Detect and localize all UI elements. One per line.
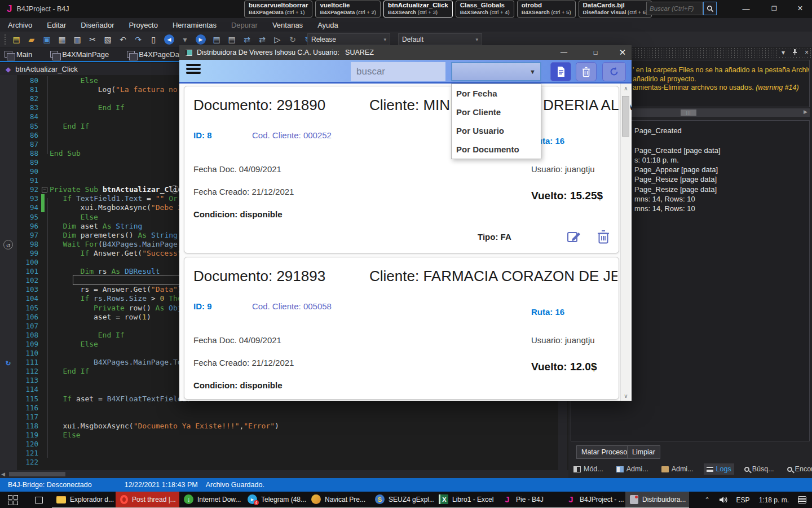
filter-select[interactable]: ▼	[451, 62, 541, 81]
scroll-right-icon[interactable]: ▶	[804, 109, 807, 115]
app-minimize-button[interactable]: —	[553, 45, 575, 60]
restore-button[interactable]: ❐	[765, 0, 784, 17]
scroll-up-icon[interactable]: ∧	[621, 85, 631, 91]
menu-editar[interactable]: Editar	[47, 21, 66, 29]
quick-tab-buscarvueltoborrar[interactable]: buscarvueltoborrarB4XPageData (ctrl + 1)	[244, 1, 312, 17]
task-view-button[interactable]	[26, 492, 52, 508]
delete-document-button[interactable]	[597, 230, 613, 246]
rebuild-icon[interactable]: ↻	[286, 33, 299, 46]
menu-archivo[interactable]: Archivo	[8, 21, 32, 29]
dropdown-option-por-documento[interactable]: Por Documento	[452, 140, 541, 159]
menu-depurar[interactable]: Depurar	[231, 21, 258, 29]
scroll-left-icon[interactable]: ◀	[1, 471, 5, 477]
ide-search-button[interactable]	[703, 2, 717, 15]
app-maximize-button[interactable]: □	[584, 45, 607, 60]
editor-tab-B4XPageData[interactable]: B4XPageData	[127, 50, 185, 59]
editor-tab-Main[interactable]: Main	[5, 50, 32, 59]
taskbar-app-pieb4j[interactable]: JPie - B4J	[498, 492, 562, 508]
uncomment-icon[interactable]: ▤	[226, 33, 238, 46]
start-button[interactable]	[0, 492, 26, 508]
taskbar-app-b4jproject[interactable]: JB4JProject - ...	[562, 492, 625, 508]
profile-select[interactable]: Default▾	[398, 33, 482, 45]
taskbar-app-navicatpre[interactable]: Navicat Pre...	[307, 492, 370, 508]
minimize-button[interactable]: —	[736, 0, 756, 17]
delete-button[interactable]	[576, 62, 597, 81]
clock[interactable]: 1:18 p. m.	[759, 496, 789, 504]
chevron-down-icon[interactable]: ▾	[782, 49, 785, 56]
new-file-icon[interactable]: ▤	[10, 33, 23, 46]
close-button[interactable]: ×	[791, 0, 810, 17]
speaker-icon[interactable]	[719, 496, 727, 503]
scroll-thumb[interactable]	[622, 96, 629, 137]
language-indicator[interactable]: ESP	[736, 496, 750, 504]
code-horizontal-scrollbar[interactable]: ◀	[0, 470, 568, 478]
paste-icon[interactable]: ▧	[102, 33, 114, 46]
quick-tab-Class_Globals[interactable]: Class_GlobalsB4XSearch (ctrl + 4)	[456, 1, 514, 17]
outdent-icon[interactable]: ⇄	[256, 33, 268, 46]
refresh-button[interactable]	[602, 62, 626, 81]
clear-logs-button[interactable]: Limpiar	[627, 445, 660, 459]
copy-icon[interactable]: ▥	[71, 33, 83, 46]
open-project-icon[interactable]: ▰	[25, 33, 38, 46]
panel-tab-md[interactable]: Mód...	[571, 463, 606, 475]
menu-proyecto[interactable]: Proyecto	[129, 21, 158, 29]
build-config-select[interactable]: Release▾	[307, 33, 390, 45]
indent-icon[interactable]: ⇄	[241, 33, 253, 46]
quick-tab-btnActualizar_Click[interactable]: btnActualizar_ClickB4XSearch (ctrl + 3)	[383, 1, 453, 17]
scroll-thumb[interactable]	[9, 472, 65, 476]
pin-icon[interactable]	[792, 49, 798, 55]
resumable-sub-icon[interactable]: ↻	[3, 358, 13, 367]
redo-icon[interactable]: ↷	[132, 33, 144, 46]
panel-tab-bsq[interactable]: Búsq...	[742, 463, 777, 475]
back-history-icon[interactable]: ▾	[179, 33, 191, 46]
dropdown-option-por-cliente[interactable]: Por Cliente	[452, 103, 541, 121]
navigate-back-icon[interactable]: ◀	[164, 34, 174, 45]
ide-search-input[interactable]	[646, 2, 703, 15]
menu-herramientas[interactable]: Herramientas	[173, 21, 217, 29]
notification-center-icon[interactable]	[798, 496, 806, 503]
panel-tab-encon[interactable]: Encon...	[784, 463, 812, 475]
edit-document-button[interactable]	[567, 230, 582, 246]
scroll-down-icon[interactable]: ∨	[621, 393, 631, 399]
editor-tab-B4XMainPage[interactable]: B4XMainPage	[50, 50, 109, 59]
comment-icon[interactable]: ▤	[210, 33, 223, 46]
taskbar-app-exploradord[interactable]: Explorador d...	[52, 492, 116, 508]
menu-diseñador[interactable]: Diseñador	[81, 21, 114, 29]
taskbar-app-internetdow[interactable]: ↓Internet Dow...	[179, 492, 243, 508]
menu-ventanas[interactable]: Ventanas	[272, 21, 303, 29]
new-document-button[interactable]	[550, 62, 571, 81]
quick-tab-DataCards.bjl[interactable]: DataCards.bjlDiseñador Visual (ctrl + 6)	[579, 1, 652, 17]
panel-tab-admi[interactable]: Admi...	[659, 463, 696, 475]
run-icon[interactable]: ▷	[271, 33, 284, 46]
wait-for-icon[interactable]: ↺	[3, 240, 13, 249]
app-titlebar[interactable]: Distribuidora De Viveres Ishosu C.A. Usu…	[179, 45, 632, 60]
app-search-input[interactable]	[351, 62, 445, 81]
cut-icon[interactable]: ✂	[86, 33, 99, 46]
taskbar-app-distribuidora[interactable]: Distribuidora...	[625, 492, 689, 508]
app-scrollbar[interactable]: ∧ ∨	[620, 84, 630, 401]
dropdown-option-por-fecha[interactable]: Por Fecha	[452, 84, 541, 103]
dropdown-option-por-usuario[interactable]: Por Usuario	[452, 121, 541, 140]
bookmark-icon[interactable]: ▯	[147, 33, 160, 46]
menu-ayuda[interactable]: Ayuda	[317, 21, 338, 29]
save-icon[interactable]: ▣	[41, 33, 53, 46]
scroll-thumb[interactable]: |||	[681, 110, 696, 116]
tray-expand-icon[interactable]: ⌃	[704, 496, 709, 503]
taskbar-app-libro1excel[interactable]: XLibro1 - Excel	[434, 492, 498, 508]
app-close-button[interactable]: ✕	[611, 45, 634, 60]
document-card[interactable]: Documento: 291890Cliente: MINI-DRERIA AL…	[184, 86, 619, 253]
navigate-forward-icon[interactable]: ▶	[196, 34, 206, 45]
quick-tab-vueltoclie[interactable]: vueltoclieB4XPageData (ctrl + 2)	[315, 1, 381, 17]
kill-process-button[interactable]: Matar Proceso	[576, 445, 632, 459]
document-card[interactable]: Documento: 291893Cliente: FARMACIA CORAZ…	[184, 257, 619, 400]
taskbar-app-postthread[interactable]: Post thread |...	[116, 492, 179, 508]
undo-icon[interactable]: ↶	[117, 33, 129, 46]
taskbar-app-telegram48[interactable]: ▸4Telegram (48...	[243, 492, 307, 508]
quick-tab-otrobd[interactable]: otrobdB4XSearch (ctrl + 5)	[517, 1, 576, 17]
panel-tab-admi[interactable]: Admi...	[614, 463, 651, 475]
panel-tab-logs[interactable]: Logs	[704, 463, 734, 475]
menu-icon[interactable]	[186, 64, 201, 75]
taskbar-app-seuz4gexpl[interactable]: SSEUZ4 gExpl...	[370, 492, 434, 508]
close-icon[interactable]: ×	[805, 49, 809, 56]
export-icon[interactable]: ▦	[56, 33, 68, 46]
